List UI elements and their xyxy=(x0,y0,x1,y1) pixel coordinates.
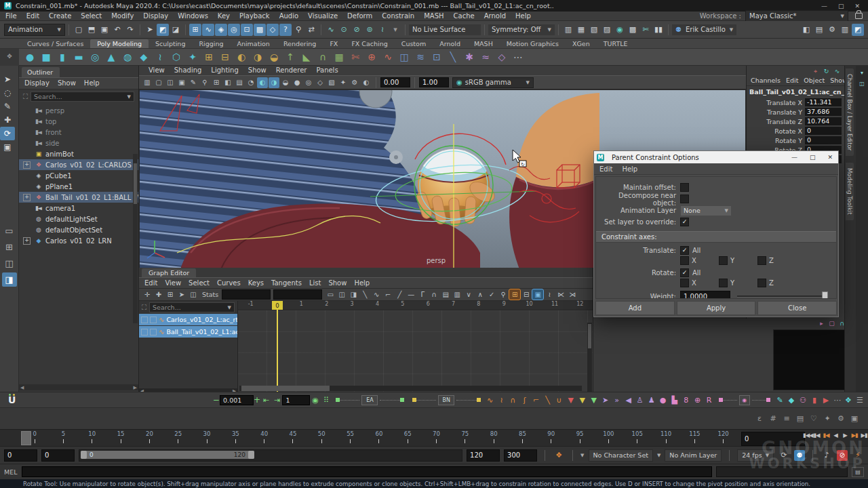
animbot-grid-icon[interactable]: ⠿ xyxy=(321,394,332,405)
shadows-icon[interactable]: ● xyxy=(292,77,302,88)
poly-platonic-icon[interactable]: ◆ xyxy=(137,50,151,64)
range-slider-track[interactable]: 0 120 xyxy=(79,449,462,462)
playback-end-field[interactable]: 120 xyxy=(467,449,500,462)
workspace-lock-icon[interactable] xyxy=(855,13,863,19)
edge-pin-icon[interactable]: ▾ xyxy=(857,68,867,77)
multi-cut-icon[interactable]: ✄ xyxy=(349,50,362,64)
shelf-tab[interactable]: Rendering xyxy=(277,39,323,48)
relax-icon[interactable]: ≈ xyxy=(479,50,492,64)
anim-layer-caret-icon[interactable]: ▼ xyxy=(657,453,660,458)
outliner-item[interactable]: ▮◄ camera1 xyxy=(19,203,138,214)
graph-editor-canvas[interactable]: -10123456789101112 0 xyxy=(238,301,593,394)
select-tool-icon[interactable]: ➤ xyxy=(0,73,15,86)
playback-start-field[interactable]: 0 xyxy=(41,449,75,462)
shelf-tab[interactable]: Poly Modeling xyxy=(90,39,149,48)
history-caret-icon[interactable]: ▾ xyxy=(389,24,401,36)
menu-item[interactable]: Edit xyxy=(26,12,39,20)
graph-editor-channel-item[interactable]: ∿ Carlos_v01_02_L:ac_rt_hand xyxy=(139,314,237,325)
shelf-tab[interactable]: XGen xyxy=(566,39,597,48)
sculpt-icon[interactable]: ✱ xyxy=(462,50,476,64)
outliner-vertical-scrollbar[interactable] xyxy=(133,154,138,323)
free-tangent-weight-icon[interactable]: ✓ xyxy=(486,289,497,300)
camera-bookmark-icon[interactable]: ◫ xyxy=(165,77,176,88)
menu-item[interactable]: Modify xyxy=(111,12,134,20)
character-set-selector[interactable]: No Character Set xyxy=(589,449,653,462)
new-scene-icon[interactable]: ▢ xyxy=(73,24,85,36)
walk-cycle-icon[interactable]: ♙ xyxy=(635,394,646,405)
poly-plane-icon[interactable]: ▬ xyxy=(72,50,85,64)
select-hierarchy-icon[interactable]: ➤ xyxy=(144,24,156,36)
make-live-icon[interactable]: ▩ xyxy=(254,24,266,36)
unify-tangents-icon[interactable]: ∧ xyxy=(475,289,486,300)
save-scene-icon[interactable]: ▣ xyxy=(98,24,111,36)
layout-two-pane-button[interactable]: ◫ xyxy=(2,256,17,270)
crease-icon[interactable]: ╲ xyxy=(446,50,460,64)
outliner-item[interactable]: + ❖ Ball_Tail_v01_02_L1:BALL_WITH_TAIL xyxy=(19,192,138,203)
show-grid-icon[interactable]: ◧ xyxy=(800,24,812,36)
animation-end-field[interactable]: 300 xyxy=(504,449,537,462)
menu-item[interactable]: MASH xyxy=(424,12,443,20)
template-channel-icon[interactable]: ▣ xyxy=(532,289,543,300)
outliner-item[interactable]: + ❖ Carlos_v01_02_L:CARLOS xyxy=(19,159,138,170)
rotate-axis-checkbox[interactable] xyxy=(757,279,766,287)
snap-help-icon[interactable]: ? xyxy=(279,24,292,36)
world-space-icon[interactable]: ⊕ xyxy=(692,394,703,405)
slider-handle[interactable] xyxy=(766,398,770,402)
step-back-frame-button[interactable]: ▮◀ xyxy=(812,432,821,439)
blend-slider[interactable]: BN xyxy=(412,395,481,405)
camera-lock-icon[interactable]: ▢ xyxy=(153,77,164,88)
workspace-selector[interactable]: Maya Classic*▼ xyxy=(745,10,848,22)
filter-icon[interactable]: ⛶ xyxy=(142,304,146,312)
channel-box-menu-item[interactable]: Edit xyxy=(786,77,798,84)
channel-box-menu-item[interactable]: Object xyxy=(804,77,825,84)
go-to-start-button[interactable]: ▮◀◀ xyxy=(803,432,811,439)
snap-to-point-icon[interactable]: ◈ xyxy=(215,24,227,36)
ge-select-icon[interactable]: ➤ xyxy=(176,289,187,300)
key-green-icon[interactable]: ▼ xyxy=(589,394,599,405)
audio-icon[interactable]: ♪ xyxy=(821,449,833,462)
outliner-item[interactable]: ◈ pPlane1 xyxy=(19,181,138,192)
blend-slider-button[interactable]: BN xyxy=(438,395,454,405)
shelf-tab[interactable]: Rigging xyxy=(192,39,230,48)
poly-disc-icon[interactable]: ◍ xyxy=(121,50,134,64)
render-region-icon[interactable]: ▦ xyxy=(575,24,587,36)
mirror-icon[interactable]: ◫ xyxy=(397,50,411,64)
poly-sph ere-icon[interactable]: ● xyxy=(23,50,37,64)
record-history-icon[interactable]: ⊙ xyxy=(338,24,350,36)
shelf-tab[interactable]: Arnold xyxy=(433,39,467,48)
center-current-time-icon[interactable]: ◨ xyxy=(348,289,359,300)
ipr-render-icon[interactable]: ▧ xyxy=(588,24,600,36)
rotate-tool-icon[interactable]: ⟳ xyxy=(0,127,15,140)
animbot-extra-icon-4[interactable]: ▤ xyxy=(795,413,806,424)
stats-value-field[interactable] xyxy=(273,289,322,300)
animbot-logo-icon[interactable]: U xyxy=(8,394,16,405)
render-frame-icon[interactable]: ▥ xyxy=(562,24,574,36)
poly-torus-icon[interactable]: ◎ xyxy=(88,50,102,64)
film-gate-icon[interactable]: ⊞ xyxy=(211,77,222,88)
viewport-menu-item[interactable]: Lighting xyxy=(211,66,238,74)
translate-axis-checkbox[interactable] xyxy=(680,256,689,265)
tween-curve-icon[interactable]: ∿ xyxy=(485,394,496,405)
weight-field[interactable]: 1.0000 xyxy=(680,291,730,299)
select-object-icon[interactable]: ◩ xyxy=(157,24,169,36)
render-sequence-icon[interactable]: ▨ xyxy=(601,24,613,36)
outliner-item[interactable]: ▣ animBot xyxy=(19,148,138,159)
rotation-order-icon[interactable]: R xyxy=(704,394,715,405)
shelf-tab[interactable]: Curves / Surfaces xyxy=(20,39,90,48)
outliner-item[interactable]: ▮◄ side xyxy=(19,138,138,148)
select-component-icon[interactable]: ◪ xyxy=(170,24,182,36)
channel-box-toggle-icon[interactable]: ▥ xyxy=(839,24,851,36)
oversc an-icon[interactable]: ⚲ xyxy=(199,77,210,88)
menu-item[interactable]: Create xyxy=(49,12,71,20)
wireframe-icon[interactable]: ◔ xyxy=(245,77,256,88)
value-snap-icon[interactable]: ⊟ xyxy=(521,289,532,300)
sidebar-vertical-tab[interactable]: Channel Box / Layer Editor xyxy=(846,68,854,156)
pose-icon[interactable]: ♟ xyxy=(646,394,657,405)
viewport-menu-item[interactable]: Shading xyxy=(174,66,202,74)
menu-item[interactable]: Playback xyxy=(239,12,270,20)
bridge-icon[interactable]: ∩ xyxy=(316,50,330,64)
motion-blur-icon[interactable]: ◇ xyxy=(315,77,326,88)
arnold-render-view-icon[interactable]: ◉ xyxy=(614,24,626,36)
lock-tangent-weight-icon[interactable]: ⚲ xyxy=(498,289,509,300)
anim-curve-icon[interactable]: ∿ xyxy=(833,67,842,75)
